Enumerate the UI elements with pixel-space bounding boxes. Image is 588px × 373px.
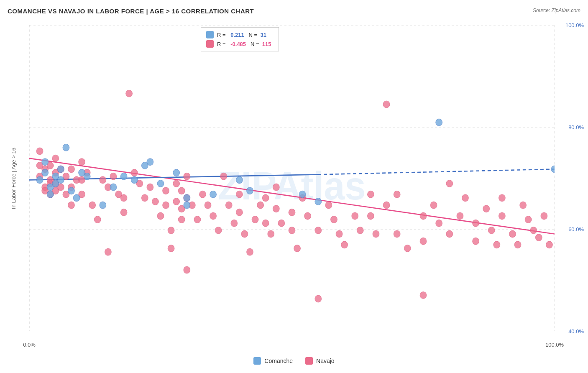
svg-point-45: [147, 184, 153, 191]
svg-point-53: [173, 198, 180, 205]
svg-point-134: [57, 176, 64, 184]
svg-point-63: [205, 202, 211, 209]
svg-point-80: [278, 220, 285, 227]
y-tick-80: 80.0%: [568, 124, 584, 130]
svg-point-42: [131, 169, 138, 176]
svg-point-46: [152, 198, 159, 205]
bottom-comanche-label: Comanche: [264, 358, 293, 364]
svg-point-146: [157, 180, 164, 187]
chart-title: COMANCHE VS NAVAJO IN LABOR FORCE | AGE …: [8, 8, 254, 15]
svg-point-70: [236, 209, 243, 216]
svg-point-115: [493, 241, 500, 248]
svg-point-139: [84, 173, 90, 180]
svg-point-37: [110, 173, 117, 180]
y-tick-40: 40.0%: [568, 328, 584, 335]
svg-point-114: [488, 227, 495, 234]
svg-point-109: [457, 212, 463, 220]
svg-point-28: [79, 158, 85, 166]
svg-point-93: [357, 227, 363, 234]
svg-point-75: [262, 194, 269, 202]
svg-point-91: [341, 241, 348, 248]
svg-point-133: [57, 166, 64, 173]
svg-point-47: [157, 212, 164, 220]
svg-point-107: [446, 180, 453, 187]
svg-point-154: [315, 198, 322, 205]
svg-point-81: [289, 209, 295, 216]
svg-point-143: [131, 176, 138, 184]
svg-point-89: [330, 216, 337, 223]
svg-point-54: [178, 187, 185, 194]
svg-point-57: [184, 173, 190, 180]
svg-point-102: [420, 212, 427, 220]
svg-point-122: [530, 227, 537, 234]
svg-point-99: [394, 191, 400, 198]
svg-point-136: [68, 187, 74, 194]
svg-point-142: [120, 173, 127, 180]
svg-point-34: [100, 176, 106, 184]
svg-point-110: [462, 194, 468, 202]
svg-point-36: [105, 248, 111, 255]
svg-point-87: [315, 295, 322, 302]
svg-point-56: [178, 216, 185, 223]
svg-point-104: [420, 291, 427, 299]
bottom-legend-navajo: Navajo: [305, 357, 335, 365]
svg-point-149: [184, 202, 190, 209]
svg-point-78: [273, 184, 279, 191]
svg-point-64: [210, 212, 217, 220]
watermark-text: ZIPAtlas: [218, 163, 366, 208]
bottom-navajo-label: Navajo: [316, 358, 335, 364]
svg-point-76: [262, 220, 269, 227]
svg-point-52: [173, 180, 180, 187]
svg-point-140: [100, 202, 106, 209]
svg-point-32: [89, 202, 96, 209]
svg-point-155: [436, 119, 442, 126]
bottom-legend: Comanche Navajo: [0, 357, 588, 365]
svg-point-112: [473, 238, 479, 245]
svg-point-113: [483, 205, 490, 212]
svg-point-152: [247, 187, 253, 194]
svg-point-95: [367, 212, 374, 220]
x-tick-100: 100.0%: [545, 342, 564, 348]
svg-point-62: [199, 191, 206, 198]
svg-point-153: [299, 191, 306, 198]
svg-point-141: [110, 184, 117, 191]
svg-point-156: [551, 166, 555, 173]
svg-point-137: [73, 194, 80, 202]
bottom-legend-comanche: Comanche: [253, 357, 293, 365]
svg-point-88: [325, 202, 332, 209]
svg-point-44: [141, 194, 148, 202]
svg-point-48: [163, 187, 169, 194]
svg-point-135: [63, 144, 69, 151]
svg-point-100: [394, 230, 400, 238]
source-label: Source: ZipAtlas.com: [533, 8, 580, 13]
svg-point-103: [420, 238, 427, 245]
svg-point-68: [231, 220, 238, 227]
svg-point-117: [499, 212, 505, 220]
svg-point-16: [52, 155, 59, 162]
svg-point-73: [252, 216, 258, 223]
svg-point-90: [336, 230, 343, 238]
svg-point-6: [36, 148, 43, 155]
svg-point-41: [126, 90, 133, 97]
svg-point-24: [68, 166, 74, 173]
svg-point-150: [210, 191, 217, 198]
svg-point-51: [168, 245, 174, 252]
svg-point-116: [499, 194, 505, 202]
svg-point-85: [304, 212, 311, 220]
svg-point-39: [120, 194, 127, 202]
bottom-comanche-swatch: [253, 357, 261, 365]
svg-point-67: [225, 202, 232, 209]
x-tick-0: 0.0%: [23, 342, 36, 348]
svg-point-79: [273, 205, 279, 212]
svg-point-148: [184, 194, 190, 202]
svg-point-65: [215, 227, 222, 234]
svg-point-98: [383, 202, 390, 209]
svg-point-111: [473, 220, 479, 227]
svg-point-50: [168, 227, 174, 234]
svg-point-33: [94, 216, 101, 223]
svg-point-129: [47, 191, 54, 198]
svg-point-106: [436, 220, 442, 227]
svg-point-119: [514, 241, 521, 248]
svg-point-147: [173, 169, 180, 176]
svg-point-120: [520, 202, 527, 209]
